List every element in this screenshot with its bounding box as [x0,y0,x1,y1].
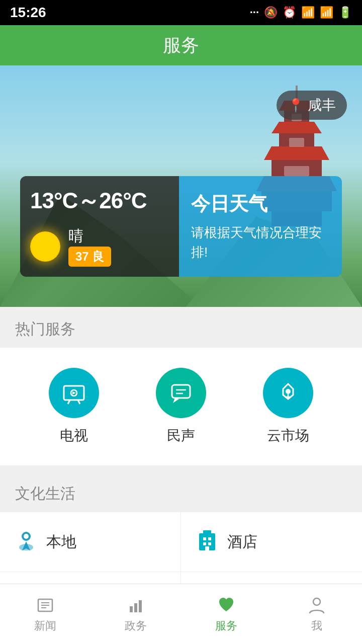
service-item-market[interactable]: 云市场 [263,368,313,445]
bottom-navigation: 新闻 政务 服务 我 [0,584,362,644]
nav-news-label: 新闻 [34,618,56,633]
svg-rect-47 [130,606,133,612]
service-chat-icon-circle [156,368,206,418]
nav-item-news[interactable]: 新闻 [0,595,90,633]
status-bar: 15:26 ··· 🔕 ⏰ 📶 📶 🔋 [0,0,362,25]
tv-icon [61,380,87,406]
svg-rect-36 [203,530,211,534]
svg-rect-18 [172,385,190,398]
politics-icon [126,595,146,615]
service-icons-row: 电视 民声 [0,363,362,450]
svg-rect-31 [203,537,206,540]
weather-left-panel: 13°C～26°C 晴 37 良 [20,176,179,277]
service-market-label: 云市场 [267,426,309,445]
nav-item-politics[interactable]: 政务 [90,595,181,633]
svg-rect-48 [134,603,137,612]
svg-rect-49 [139,600,142,612]
hot-services-label: 热门服务 [0,307,362,348]
weather-condition: 晴 [68,226,111,247]
culture-item-hotel[interactable]: 酒店 [181,512,362,572]
page-title: 服务 [163,33,199,58]
app-header: 服务 [0,25,362,65]
nav-service-label: 服务 [215,618,237,633]
service-tv-label: 电视 [60,426,88,445]
today-weather-desc: 请根据天气情况合理安排! [191,223,330,262]
service-item-tv[interactable]: 电视 [49,368,99,445]
svg-rect-35 [205,546,209,550]
chat-icon [168,380,194,406]
svg-point-23 [286,389,291,394]
svg-point-50 [313,598,320,605]
culture-item-local[interactable]: 本地 [0,512,181,572]
person-pin-icon [15,528,37,555]
nav-item-me[interactable]: 我 [272,595,362,633]
hot-services-section: 电视 民声 [0,348,362,465]
weather-card: 13°C～26°C 晴 37 良 今日天气 请根据天气情况合理安排! [20,176,342,277]
aqi-badge: 37 良 [68,247,111,267]
service-minsheng-label: 民声 [167,426,195,445]
svg-rect-34 [208,542,211,545]
market-icon [275,380,301,406]
culture-hotel-label: 酒店 [227,532,257,552]
service-heart-icon [216,595,236,615]
temperature-range: 13°C～26°C [30,186,169,216]
weather-banner: 📍 咸丰 13°C～26°C 晴 37 良 今日天气 请根据天气情况合理安排! [0,65,362,307]
weather-status-row: 晴 37 良 [30,226,169,267]
svg-marker-17 [72,391,76,394]
status-time: 15:26 [10,5,46,21]
today-weather-label: 今日天气 [191,191,330,217]
culture-section-label: 文化生活 [0,471,362,512]
weather-right-panel: 今日天气 请根据天气情况合理安排! [179,176,342,277]
nav-politics-label: 政务 [125,618,147,633]
svg-rect-12 [284,166,309,176]
svg-rect-11 [289,138,304,147]
building-icon [196,528,218,555]
service-market-icon-circle [263,368,313,418]
svg-rect-33 [203,542,206,545]
news-icon [35,595,55,615]
location-pin-icon: 📍 [288,98,304,113]
sun-icon [30,231,60,262]
svg-point-28 [24,534,29,539]
location-name: 咸丰 [308,96,336,115]
nav-me-label: 我 [311,618,322,633]
location-badge[interactable]: 📍 咸丰 [277,91,347,120]
nav-item-service[interactable]: 服务 [181,595,272,633]
svg-rect-32 [208,537,211,540]
svg-marker-3 [272,122,322,133]
svg-marker-5 [264,146,329,160]
service-tv-icon-circle [49,368,99,418]
status-icons: ··· 🔕 ⏰ 📶 📶 🔋 [250,6,352,19]
service-item-minsheng[interactable]: 民声 [156,368,206,445]
me-icon [307,595,327,615]
culture-local-label: 本地 [46,532,76,552]
